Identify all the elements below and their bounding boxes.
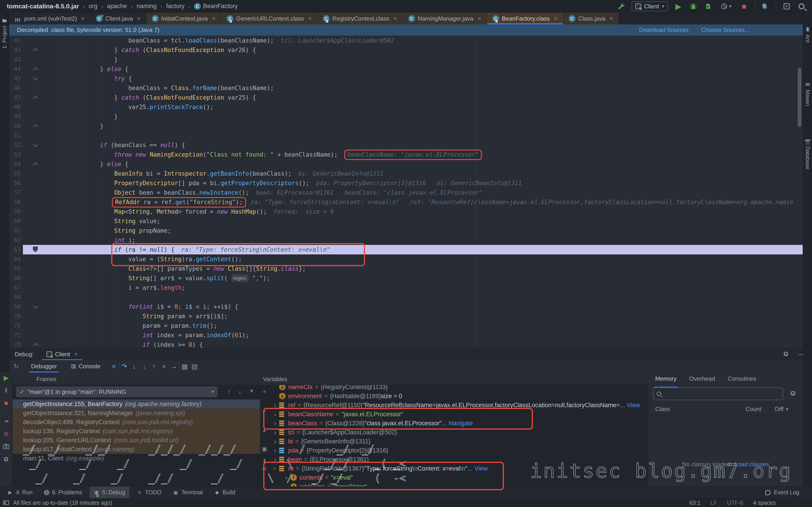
code-line[interactable]: 55 BeanInfo bi = Introspector.getBeanInf…	[9, 169, 803, 178]
close-icon[interactable]: ×	[477, 15, 481, 22]
close-icon[interactable]: ×	[609, 15, 613, 22]
code-line[interactable]: 48 var25.printStackTrace();	[9, 102, 803, 112]
line-number[interactable]: 73	[9, 340, 23, 348]
column-count[interactable]: Count	[740, 403, 771, 415]
code-line[interactable]: 59 Map<String, Method> forced = new Hash…	[9, 207, 803, 216]
tab-coroutines[interactable]: Coroutines	[728, 375, 756, 385]
line-number[interactable]: 65	[9, 264, 23, 273]
code-line[interactable]: 58 RefAddr ra = ref.get("forceString");r…	[9, 198, 803, 207]
variable-row[interactable]: ›bi={GenericBeanInfo@1311}	[269, 437, 648, 446]
fold-icon[interactable]	[33, 75, 38, 80]
editor-tab[interactable]: CClient.java×	[90, 13, 146, 24]
download-sources-link[interactable]: Download Sources	[639, 26, 689, 34]
close-icon[interactable]: ×	[554, 15, 558, 22]
value-link[interactable]: View	[627, 402, 640, 409]
editor-tab[interactable]: CBeanFactory.class×	[487, 13, 563, 24]
line-number[interactable]: 61	[9, 226, 23, 235]
line-number[interactable]: 52	[9, 140, 23, 150]
code-line[interactable]: 50 }	[9, 121, 803, 131]
close-icon[interactable]: ×	[81, 15, 85, 22]
sidebar-item-database[interactable]: Database	[803, 139, 812, 170]
tab-memory[interactable]: Memory	[655, 375, 676, 385]
code-line[interactable]: 67 i = arr$.length;	[9, 283, 803, 292]
breadcrumb-item[interactable]: org	[89, 3, 97, 10]
code-line[interactable]: 61 String propName;	[9, 226, 803, 235]
gear-icon[interactable]	[782, 350, 789, 358]
frame-down-icon[interactable]: ↓	[238, 388, 242, 395]
force-step-into-icon[interactable]: ↓	[139, 362, 149, 370]
fold-icon[interactable]	[33, 48, 38, 53]
code-line[interactable]: 45 try {	[9, 74, 803, 83]
toolwindow-terminal[interactable]: ▣Terminal	[168, 487, 207, 498]
resume-icon[interactable]: ▶	[2, 374, 10, 382]
code-line[interactable]: 54 } else {	[9, 159, 803, 169]
column-diff[interactable]: Diff▾	[771, 406, 789, 413]
close-icon[interactable]: ×	[74, 351, 78, 358]
debug-session-tab[interactable]: Client ×	[42, 348, 83, 360]
thread-selector[interactable]: ✓ "main"@1 in group "main": RUNNING ▾	[16, 386, 217, 397]
close-icon[interactable]: ×	[137, 15, 141, 22]
code-line[interactable]: 70 String param = arr$[i$];	[9, 312, 803, 321]
line-number[interactable]: 50	[9, 121, 23, 131]
mute-breakpoints-icon[interactable]: ⊘	[2, 430, 10, 438]
file-encoding[interactable]: UTF-8	[727, 500, 743, 506]
stop-icon[interactable]: ■	[2, 399, 10, 407]
debug-button[interactable]	[689, 2, 698, 11]
run-anything-icon[interactable]	[782, 2, 791, 11]
breadcrumb-item[interactable]: factory	[166, 3, 185, 10]
variable-row[interactable]: ›pda={PropertyDescriptor[2]@1316}	[269, 446, 648, 455]
line-number[interactable]: 54	[9, 159, 23, 169]
indent-setting[interactable]: 4 spaces	[753, 500, 776, 506]
step-over-icon[interactable]: ↷	[119, 362, 130, 370]
code-line[interactable]: 68	[9, 292, 803, 302]
drop-frame-icon[interactable]: ×	[159, 362, 169, 370]
evaluate-expression-icon[interactable]: ▦	[180, 362, 190, 370]
variable-row[interactable]: pnameCtx={RegistryContext@1133}	[269, 385, 648, 392]
pause-icon[interactable]: ‖	[2, 387, 10, 394]
editor-tab[interactable]: mpom.xml (vulnTest2)×	[9, 13, 90, 24]
line-number[interactable]: 69	[9, 302, 23, 312]
line-number[interactable]: 60	[9, 216, 23, 226]
frame-row[interactable]: lookup:205, GenericURLContext(com.sun.jn…	[13, 436, 260, 445]
variable-row[interactable]: penvironment={Hashtable@1189} size = 0	[269, 392, 648, 401]
add-watch-icon[interactable]: +	[263, 388, 266, 395]
code-line[interactable]: 49 }	[9, 112, 803, 121]
build-wrench-icon[interactable]	[617, 2, 626, 11]
run-configuration-select[interactable]: Client ▾	[632, 1, 668, 11]
line-number[interactable]: 43	[9, 55, 23, 64]
fold-icon[interactable]	[33, 96, 38, 101]
line-number[interactable]: 55	[9, 169, 23, 178]
tree-chevron-icon[interactable]: ›	[271, 438, 279, 445]
frame-row[interactable]: decodeObject:499, RegistryContext(com.su…	[13, 417, 260, 427]
fold-icon[interactable]	[33, 124, 38, 129]
line-number[interactable]: 62	[9, 235, 23, 245]
code-line[interactable]: 51	[9, 131, 803, 140]
code-line[interactable]: 42 } catch (ClassNotFoundException var26…	[9, 45, 803, 55]
line-number[interactable]: 41	[9, 36, 23, 45]
tree-chevron-icon[interactable]: ›	[271, 447, 279, 454]
code-line[interactable]: 71 param = param.trim();	[9, 321, 803, 331]
column-class[interactable]: Class	[648, 403, 740, 415]
frame-row[interactable]: lookup:138, RegistryContext(com.sun.jndi…	[13, 427, 260, 436]
code-line[interactable]: 72 int index = param.indexOf(61);	[9, 331, 803, 340]
copy-stack-icon[interactable]: ▣	[262, 445, 267, 452]
frame-row[interactable]: lookup:417, InitialContext(javax.naming)	[13, 445, 260, 454]
close-icon[interactable]: ×	[393, 15, 397, 22]
line-number[interactable]: 53	[9, 150, 23, 159]
code-line[interactable]: 46 beanClass = Class.forName(beanClassNa…	[9, 83, 803, 93]
code-line[interactable]: 41 beanClass = tcl.loadClass(beanClassNa…	[9, 36, 803, 45]
line-number[interactable]: 42	[9, 45, 23, 55]
line-number[interactable]: 64	[9, 255, 23, 264]
fold-icon[interactable]	[33, 142, 38, 147]
code-line[interactable]: 53 throw new NamingException("Class not …	[9, 150, 803, 159]
step-into-icon[interactable]: ↓	[130, 362, 139, 370]
breadcrumb-item[interactable]: CBeanFactory	[194, 3, 238, 10]
fold-icon[interactable]	[33, 343, 38, 348]
code-line[interactable]: 47 } catch (ClassNotFoundException var25…	[9, 93, 803, 102]
toolwindow----problems[interactable]: !6: Problems	[40, 487, 86, 498]
toolwindow-todo[interactable]: ≡TODO	[133, 487, 166, 498]
gear-icon[interactable]	[790, 390, 796, 397]
code-line[interactable]: 52 if (beanClass == null) {	[9, 140, 803, 150]
editor-tab[interactable]: CInitialContext.java×	[146, 13, 221, 24]
line-number[interactable]: 63	[9, 245, 23, 255]
